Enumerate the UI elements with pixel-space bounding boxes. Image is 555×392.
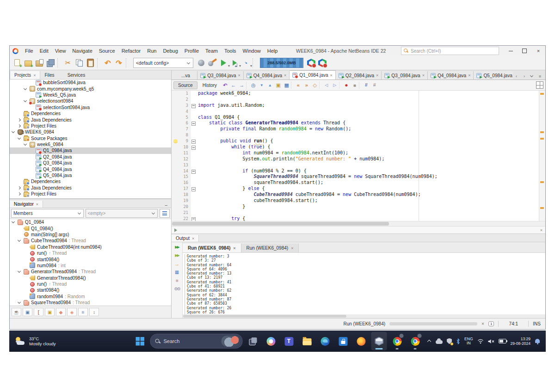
- stop-button[interactable]: [173, 277, 181, 283]
- tree-row[interactable]: bubbleSort0984.java: [10, 80, 171, 86]
- shift-right-button[interactable]: [331, 81, 339, 89]
- close-button[interactable]: ×: [531, 46, 545, 56]
- close-icon[interactable]: ×: [422, 73, 425, 78]
- fold-collapse-icon[interactable]: [191, 170, 196, 174]
- menu-item[interactable]: Source: [96, 46, 118, 55]
- glyph-gutter[interactable]: [172, 186, 179, 192]
- code-line[interactable]: 11 int num0984 = random0984.nextInt(100)…: [172, 150, 545, 156]
- panel-tab[interactable]: Files ×: [40, 71, 63, 79]
- tree-row[interactable]: Source Packages: [10, 135, 171, 141]
- onedrive-icon[interactable]: [436, 340, 443, 344]
- fold-gutter[interactable]: [190, 120, 196, 126]
- editor-toolbar-separator[interactable]: [339, 82, 342, 89]
- start-button[interactable]: [132, 332, 148, 350]
- cancel-task-button[interactable]: ×: [481, 321, 484, 326]
- expander-icon[interactable]: [12, 220, 16, 224]
- inspect-members-button[interactable]: [160, 209, 170, 218]
- scroll-tabs-left-button[interactable]: ‹: [513, 73, 520, 80]
- show-non-public-filter-button[interactable]: [45, 308, 55, 316]
- shift-left-button[interactable]: [322, 81, 331, 89]
- menu-item[interactable]: Edit: [37, 46, 52, 55]
- glyph-gutter[interactable]: [172, 192, 179, 198]
- menu-item[interactable]: Help: [264, 46, 281, 55]
- expander-icon[interactable]: [18, 111, 22, 116]
- editor-tab[interactable]: Q4_0984.java ×: [428, 71, 474, 80]
- expander-icon[interactable]: [24, 99, 28, 103]
- warning-mark[interactable]: [540, 207, 544, 209]
- glyph-gutter[interactable]: [172, 162, 179, 168]
- menu-item[interactable]: Profile: [181, 46, 202, 55]
- fold-gutter[interactable]: [190, 103, 196, 109]
- expander-icon[interactable]: [12, 130, 16, 134]
- show-inner-classes-filter-button[interactable]: [56, 308, 66, 316]
- expander-icon[interactable]: [30, 167, 34, 172]
- code-line[interactable]: 22 try {: [172, 216, 545, 221]
- code-line[interactable]: 14 if (num0984 % 2 == 0) {: [172, 168, 545, 174]
- config-select[interactable]: <default config>: [133, 58, 193, 68]
- menu-item[interactable]: Debug: [160, 46, 181, 55]
- new-file-button[interactable]: [12, 57, 23, 68]
- line-number[interactable]: 22: [179, 216, 190, 221]
- line-number[interactable]: 9: [179, 138, 190, 144]
- find-previous-button[interactable]: [266, 81, 274, 89]
- glyph-gutter[interactable]: [172, 109, 179, 115]
- sort-by-source-button[interactable]: [89, 308, 99, 316]
- maximize-button[interactable]: [518, 46, 531, 56]
- last-edit-button[interactable]: [221, 81, 229, 89]
- language-indicator[interactable]: ENG IN: [464, 337, 473, 345]
- expander-icon[interactable]: [30, 155, 34, 159]
- warning-mark[interactable]: [540, 138, 544, 140]
- menu-item[interactable]: Navigate: [69, 46, 95, 55]
- output-panel-tab[interactable]: Output ×: [172, 235, 199, 242]
- navigator-row[interactable]: SquareThread0984 : Thread: [10, 300, 171, 306]
- tree-row[interactable]: com.mycompany.week5_q5: [10, 86, 171, 92]
- fold-collapse-icon[interactable]: [191, 140, 196, 144]
- wifi-icon[interactable]: [477, 339, 484, 344]
- volume-muted-icon[interactable]: [488, 339, 494, 344]
- menu-item[interactable]: Refactor: [118, 46, 144, 55]
- expander-icon[interactable]: [18, 239, 22, 243]
- close-icon[interactable]: ×: [376, 73, 378, 78]
- battery-icon[interactable]: [499, 339, 506, 343]
- chrome-profile-button[interactable]: [389, 332, 405, 350]
- glyph-gutter[interactable]: [172, 210, 179, 216]
- toggle-highlight-button[interactable]: [274, 81, 283, 89]
- code-line[interactable]: 7 private final Random random0984 = new …: [172, 126, 545, 132]
- rerun-button[interactable]: [173, 244, 181, 250]
- fold-gutter[interactable]: [190, 115, 196, 121]
- scroll-tabs-right-button[interactable]: ›: [521, 73, 528, 80]
- fold-gutter[interactable]: [190, 180, 196, 186]
- tree-row[interactable]: Java Dependencies: [10, 185, 171, 191]
- tree-row[interactable]: Dependencies: [10, 178, 171, 184]
- expander-icon[interactable]: [18, 233, 22, 237]
- expander-icon[interactable]: [18, 270, 22, 274]
- menu-item[interactable]: Run: [144, 46, 160, 55]
- line-number[interactable]: 1: [179, 91, 190, 97]
- close-icon[interactable]: ×: [36, 202, 38, 207]
- line-number[interactable]: 14: [179, 168, 190, 174]
- stop-macro-button[interactable]: [351, 81, 359, 89]
- expander-icon[interactable]: [24, 263, 28, 268]
- tree-row[interactable]: Q5_0984.java: [10, 172, 171, 178]
- expander-icon[interactable]: [30, 173, 34, 178]
- line-number[interactable]: 21: [179, 210, 190, 216]
- panel-tab[interactable]: Projects ×: [10, 71, 40, 79]
- back-button[interactable]: [229, 81, 238, 89]
- code-line[interactable]: 10 while (true) {: [172, 144, 545, 150]
- start-macro-button[interactable]: [342, 81, 351, 89]
- line-number[interactable]: 13: [179, 162, 190, 168]
- fold-gutter[interactable]: [190, 168, 196, 174]
- navigator-row[interactable]: Q1_0984: [10, 219, 171, 225]
- paste-button[interactable]: [85, 57, 96, 68]
- expander-icon[interactable]: [24, 87, 28, 91]
- profile-project-button[interactable]: [240, 57, 251, 68]
- expander-icon[interactable]: [24, 282, 28, 286]
- sort-by-name-button[interactable]: [78, 308, 88, 316]
- navigator-row[interactable]: Q1_0984(): [10, 225, 171, 231]
- line-number[interactable]: 5: [179, 115, 190, 121]
- menu-item[interactable]: View: [52, 46, 69, 55]
- line-number[interactable]: 6: [179, 120, 190, 126]
- fold-collapse-icon[interactable]: [191, 104, 196, 108]
- editor-tab[interactable]: Q4_0984.java ×: [244, 71, 290, 80]
- close-icon[interactable]: ×: [468, 73, 470, 78]
